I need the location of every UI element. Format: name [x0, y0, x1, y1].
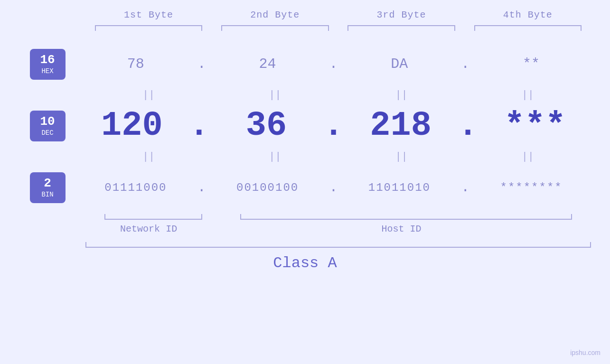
- hex-b3-cell: DA: [340, 56, 460, 72]
- hex-b4-cell: **: [471, 56, 591, 72]
- dec-dot-1: .: [189, 106, 209, 145]
- hex-base: HEX: [37, 67, 59, 75]
- bracket-cell-1: [85, 25, 212, 31]
- bin-dot-3: .: [461, 179, 469, 196]
- host-id-label: Host ID: [212, 224, 591, 234]
- id-labels-row: Network ID Host ID: [19, 224, 591, 234]
- class-bracket: [85, 242, 591, 248]
- dec-b1-cell: 120: [76, 106, 188, 145]
- bracket-4: [474, 25, 582, 31]
- bin-b1-value: 01111000: [104, 181, 167, 194]
- eq2-3: ||: [338, 149, 465, 164]
- bin-dot-1: .: [197, 179, 206, 196]
- bin-bytes: 01111000 . 00100100 . 11011010 . *******…: [76, 179, 591, 196]
- class-bracket-row: [19, 242, 591, 248]
- byte-header-2: 2nd Byte: [212, 9, 338, 20]
- watermark: ipshu.com: [570, 349, 601, 356]
- equals-row-2: || || || ||: [19, 149, 591, 164]
- dec-b1-value: 120: [101, 106, 163, 145]
- bracket-3: [347, 25, 455, 31]
- host-bracket: [240, 214, 572, 220]
- dec-b2-cell: 36: [210, 106, 322, 145]
- eq1-2: ||: [212, 88, 338, 102]
- equals-row-1: || || || ||: [19, 88, 591, 102]
- bin-b2-cell: 00100100: [208, 181, 328, 194]
- dec-base: DEC: [37, 129, 59, 137]
- hex-dot-2: .: [329, 56, 338, 72]
- eq2-4: ||: [465, 149, 591, 164]
- hex-b1-cell: 78: [76, 56, 196, 72]
- bin-dot-2: .: [329, 179, 338, 196]
- dec-dot-3: .: [458, 106, 478, 145]
- eq1-4: ||: [465, 88, 591, 102]
- hex-b4-value: **: [523, 56, 540, 72]
- bin-b3-value: 11011010: [368, 181, 431, 194]
- dec-dot-2: .: [323, 106, 344, 145]
- bin-b4-cell: ********: [471, 181, 591, 194]
- hex-row: 16 HEX 78 . 24 . DA . **: [19, 40, 591, 88]
- bracket-cell-3: [338, 25, 465, 31]
- hex-dot-1: .: [197, 56, 206, 72]
- hex-badge: 16 HEX: [30, 49, 66, 80]
- dec-b3-value: 218: [370, 106, 432, 145]
- main-container: 1st Byte 2nd Byte 3rd Byte 4th Byte 16 H…: [0, 0, 610, 364]
- hex-b2-cell: 24: [208, 56, 328, 72]
- bin-b3-cell: 11011010: [340, 181, 460, 194]
- bin-b1-cell: 01111000: [76, 181, 196, 194]
- bracket-2: [221, 25, 328, 31]
- hex-b3-value: DA: [391, 56, 408, 72]
- bin-row: 2 BIN 01111000 . 00100100 . 11011010 . *…: [19, 164, 591, 211]
- bracket-1: [95, 25, 202, 31]
- hex-number: 16: [37, 54, 59, 66]
- bracket-cell-4: [465, 25, 591, 31]
- bin-badge: 2 BIN: [30, 172, 66, 203]
- dec-row: 10 DEC 120 . 36 . 218 . ***: [19, 102, 591, 149]
- bin-b2-value: 00100100: [236, 181, 299, 194]
- byte-header-1: 1st Byte: [85, 9, 212, 20]
- dec-b4-cell: ***: [479, 106, 591, 145]
- dec-bytes: 120 . 36 . 218 . ***: [76, 106, 591, 145]
- eq2-2: ||: [212, 149, 338, 164]
- dec-badge: 10 DEC: [30, 111, 66, 141]
- network-bracket-wrap: [85, 214, 221, 220]
- hex-b1-value: 78: [127, 56, 144, 72]
- dec-number: 10: [37, 115, 59, 128]
- hex-label: 16 HEX: [19, 49, 76, 80]
- eq1-3: ||: [338, 88, 465, 102]
- dec-b4-value: ***: [504, 106, 566, 145]
- byte-header-4: 4th Byte: [465, 9, 591, 20]
- bin-b4-value: ********: [500, 181, 563, 194]
- bin-label: 2 BIN: [19, 172, 76, 203]
- bin-number: 2: [37, 177, 59, 189]
- hex-dot-3: .: [461, 56, 469, 72]
- network-bracket: [104, 214, 202, 220]
- top-bracket-row: [19, 25, 591, 31]
- hex-b2-value: 24: [259, 56, 276, 72]
- network-id-label: Network ID: [85, 224, 212, 234]
- eq1-1: ||: [85, 88, 212, 102]
- hex-bytes: 78 . 24 . DA . **: [76, 56, 591, 72]
- byte-header-3: 3rd Byte: [338, 9, 465, 20]
- dec-b2-value: 36: [246, 106, 287, 145]
- eq2-1: ||: [85, 149, 212, 164]
- bin-base: BIN: [37, 191, 59, 198]
- bottom-bracket-row: [19, 214, 591, 220]
- bracket-cell-2: [212, 25, 338, 31]
- class-label: Class A: [273, 254, 337, 272]
- dec-b3-cell: 218: [345, 106, 457, 145]
- host-bracket-wrap: [221, 214, 591, 220]
- byte-headers: 1st Byte 2nd Byte 3rd Byte 4th Byte: [19, 9, 591, 20]
- dec-label: 10 DEC: [19, 111, 76, 141]
